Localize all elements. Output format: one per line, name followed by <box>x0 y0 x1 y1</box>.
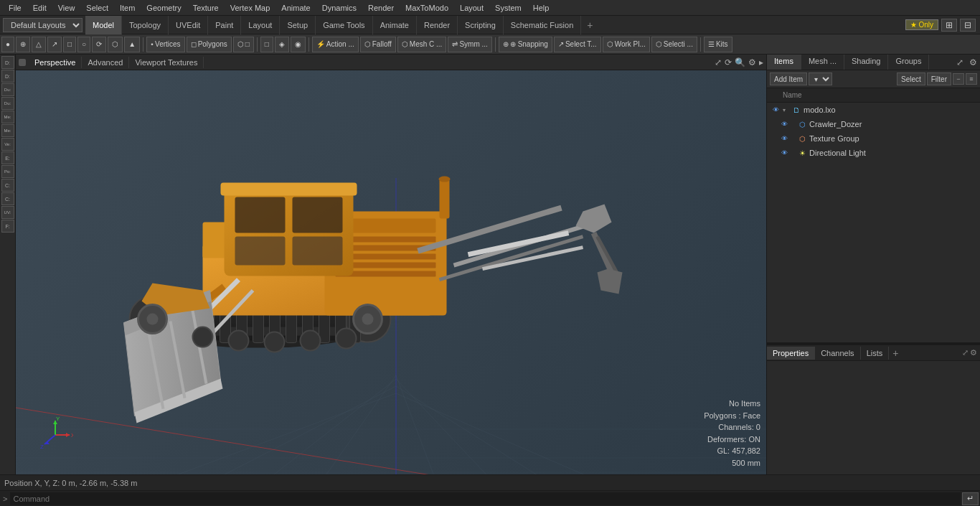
left-tool-ve[interactable]: Ve: <box>1 138 14 151</box>
menu-animate[interactable]: Animate <box>275 2 316 14</box>
filter-btn[interactable]: Filter <box>927 72 951 85</box>
left-tool-f[interactable]: F: <box>1 220 14 233</box>
vis-eye-texture[interactable]: 👁 <box>778 133 790 144</box>
toolbar-render-icon-btn[interactable]: ◈ <box>275 37 289 52</box>
rp-tab-mesh[interactable]: Mesh ... <box>801 55 844 70</box>
toolbar-light-icon-btn[interactable]: ◉ <box>291 37 306 52</box>
items-icon-minus[interactable]: − <box>953 73 964 85</box>
toolbar-symmetry-btn[interactable]: ⇌ Symm ... <box>448 37 491 52</box>
layout-tab-topology[interactable]: Topology <box>122 16 169 34</box>
toolbar-select-tool-btn[interactable]: ↗ Select T... <box>554 37 601 52</box>
items-icon-more[interactable]: ≡ <box>966 73 977 85</box>
left-tool-e[interactable]: E: <box>1 151 14 164</box>
viewport-tab-advanced[interactable]: Advanced <box>82 57 129 68</box>
props-tab-channels[interactable]: Channels <box>815 347 860 360</box>
viewport[interactable]: Perspective Advanced Viewport Textures ⤢… <box>16 55 766 474</box>
left-tool-du2[interactable]: Du: <box>1 97 14 110</box>
left-tool-uv[interactable]: UV: <box>1 206 14 219</box>
toolbar-boundary-btn[interactable]: ◻ Polygons <box>187 37 232 52</box>
menu-edit[interactable]: Edit <box>27 2 52 14</box>
rp-expand-btn[interactable]: ⤢ <box>953 55 966 70</box>
vp-ctrl-refresh[interactable]: ⟳ <box>725 57 732 67</box>
props-tab-properties[interactable]: Properties <box>767 347 815 360</box>
props-tab-lists[interactable]: Lists <box>861 347 890 360</box>
left-tool-me1[interactable]: Me: <box>1 111 14 123</box>
layout-tab-paint[interactable]: Paint <box>208 16 241 34</box>
left-tool-d2[interactable]: D: <box>1 70 14 83</box>
menu-help[interactable]: Help <box>527 2 555 14</box>
viewport-tab-perspective[interactable]: Perspective <box>29 57 82 68</box>
rp-tab-shading[interactable]: Shading <box>844 55 888 70</box>
layout-tab-schematic[interactable]: Schematic Fusion <box>504 16 581 34</box>
cmd-input[interactable] <box>10 492 961 505</box>
menu-file[interactable]: File <box>3 2 27 14</box>
rp-tab-groups[interactable]: Groups <box>888 55 929 70</box>
layout-icon-btn-2[interactable]: ⊟ <box>960 19 976 32</box>
layout-tab-model[interactable]: Model <box>85 16 122 34</box>
menu-render[interactable]: Render <box>362 2 400 14</box>
left-tool-d1[interactable]: D: <box>1 56 14 69</box>
toolbar-polygons-btn[interactable]: ⬡ □ <box>233 37 254 52</box>
viewport-tab-textures[interactable]: Viewport Textures <box>129 57 204 68</box>
toolbar-mesh-comp-btn[interactable]: ⬡ Mesh C ... <box>397 37 447 52</box>
layout-tab-animate[interactable]: Animate <box>373 16 417 34</box>
vis-eye-light[interactable]: 👁 <box>778 147 790 159</box>
vp-ctrl-zoom[interactable]: 🔍 <box>735 57 745 67</box>
star-only-button[interactable]: ★ Only <box>905 19 938 30</box>
tree-item-texture-group[interactable]: 👁 ⬡ Texture Group <box>767 131 980 146</box>
layout-tab-add[interactable]: + <box>581 17 598 33</box>
toolbar-snapping-btn[interactable]: ⊕ ⊕ Snapping <box>499 37 552 52</box>
menu-layout[interactable]: Layout <box>454 2 489 14</box>
layout-tab-uvedit[interactable]: UVEdit <box>169 16 208 34</box>
toolbar-globe-btn[interactable]: ⊕ <box>16 37 30 52</box>
layout-tab-layout[interactable]: Layout <box>241 16 280 34</box>
toolbar-dot-btn[interactable]: ● <box>1 37 14 52</box>
toolbar-falloff-btn[interactable]: ⬡ Falloff <box>360 37 396 52</box>
layout-dropdown[interactable]: Default Layouts <box>3 18 83 32</box>
vp-ctrl-settings[interactable]: ⚙ <box>748 57 756 67</box>
left-tool-c1[interactable]: C: <box>1 179 14 192</box>
props-add-btn[interactable]: + <box>889 347 902 360</box>
left-tool-po[interactable]: Po: <box>1 165 14 178</box>
vis-eye-crawler[interactable]: 👁 <box>778 118 790 130</box>
cmd-enter-btn[interactable]: ↵ <box>962 492 979 505</box>
menu-texture[interactable]: Texture <box>187 2 225 14</box>
tree-item-directional-light[interactable]: 👁 ☀ Directional Light <box>767 146 980 160</box>
menu-system[interactable]: System <box>489 2 527 14</box>
menu-select[interactable]: Select <box>80 2 114 14</box>
layout-tab-render[interactable]: Render <box>417 16 458 34</box>
toolbar-circle-sel-btn[interactable]: ○ <box>77 37 90 52</box>
add-item-dropdown[interactable]: ▾ <box>809 72 832 85</box>
layout-tab-scripting[interactable]: Scripting <box>458 16 504 34</box>
toolbar-hex-btn[interactable]: ⬡ <box>108 37 123 52</box>
rp-settings-btn[interactable]: ⚙ <box>966 55 980 70</box>
menu-maxtomodo[interactable]: MaxToModo <box>400 2 454 14</box>
toolbar-kits-btn[interactable]: ☰ Kits <box>704 37 732 52</box>
vp-ctrl-more[interactable]: ▸ <box>759 57 763 67</box>
add-item-btn[interactable]: Add Item <box>770 72 807 85</box>
select-btn[interactable]: Select <box>897 72 925 85</box>
menu-geometry[interactable]: Geometry <box>141 2 187 14</box>
toolbar-rotate-sel-btn[interactable]: ⟳ <box>92 37 106 52</box>
toolbar-rect-sel-btn[interactable]: □ <box>63 37 76 52</box>
left-tool-du1[interactable]: Du: <box>1 83 14 96</box>
toolbar-tri-btn[interactable]: ▲ <box>124 37 140 52</box>
toolbar-action-btn[interactable]: ⚡ Action ... <box>312 37 359 52</box>
layout-tab-setup[interactable]: Setup <box>280 16 316 34</box>
toolbar-lasso-btn[interactable]: △ <box>32 37 46 52</box>
toolbar-mesh-icon-btn[interactable]: □ <box>260 37 273 52</box>
menu-item[interactable]: Item <box>114 2 141 14</box>
toolbar-vertices-btn[interactable]: ⦁ Vertices <box>146 37 185 52</box>
layout-icon-btn-1[interactable]: ⊞ <box>941 19 957 32</box>
left-tool-me2[interactable]: Me: <box>1 124 14 137</box>
props-expand-btn[interactable]: ⤢ <box>962 348 969 357</box>
layout-tab-game-tools[interactable]: Game Tools <box>316 16 373 34</box>
menu-vertex-map[interactable]: Vertex Map <box>225 2 276 14</box>
scene-3d[interactable]: X Y Z No Items Polygons : Face Channels:… <box>16 70 766 474</box>
menu-view[interactable]: View <box>52 2 81 14</box>
tree-item-crawler-dozer[interactable]: 👁 ⬡ Crawler_Dozer <box>767 117 980 131</box>
props-settings-btn[interactable]: ⚙ <box>970 348 977 357</box>
rp-tab-items[interactable]: Items <box>767 55 801 70</box>
vp-ctrl-expand[interactable]: ⤢ <box>715 57 722 67</box>
vis-eye-modo-lxo[interactable]: 👁 <box>770 104 781 116</box>
